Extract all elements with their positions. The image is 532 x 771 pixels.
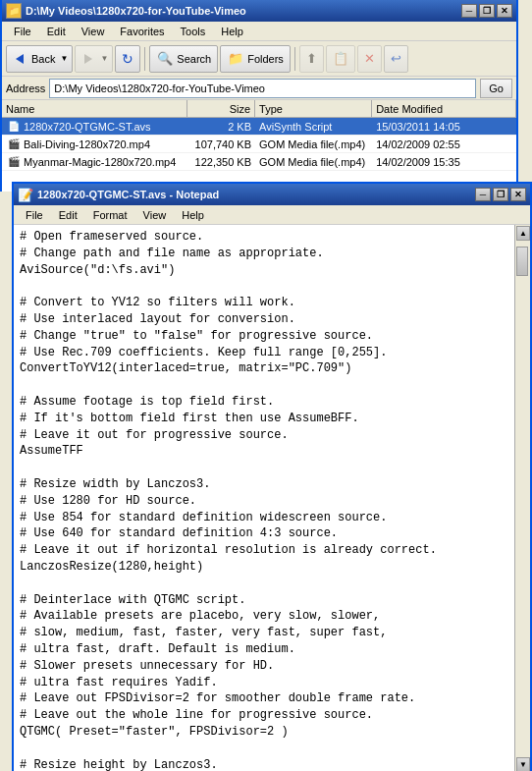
forward-button[interactable]: ▼ [75, 45, 113, 73]
mp4-icon-2: 🎬 [6, 155, 22, 169]
address-label: Address [6, 83, 45, 94]
explorer-window-controls: ─ ❐ ✕ [461, 4, 512, 18]
address-input[interactable] [49, 79, 476, 98]
explorer-title-bar: 📁 D:\My Videos\1280x720-for-YouTube-Vime… [2, 0, 516, 22]
scroll-down-arrow[interactable]: ▼ [516, 757, 530, 771]
file-row[interactable]: 🎬 Myanmar-Magic-1280x720.mp4 122,350 KB … [2, 153, 516, 171]
folders-label: Folders [247, 53, 284, 65]
explorer-menu-help[interactable]: Help [213, 24, 251, 39]
file-size: 2 KB [187, 121, 256, 133]
notepad-menu-format[interactable]: Format [85, 207, 135, 223]
explorer-close-button[interactable]: ✕ [497, 4, 512, 18]
file-date: 14/02/2009 15:35 [372, 156, 516, 168]
file-row[interactable]: 🎬 Bali-Diving-1280x720.mp4 107,740 KB GO… [2, 136, 516, 153]
column-header-name[interactable]: Name [2, 100, 187, 117]
explorer-title: D:\My Videos\1280x720-for-YouTube-Vimeo [26, 5, 246, 17]
explorer-menu-favorites[interactable]: Favorites [112, 24, 172, 39]
notepad-icon: 📝 [18, 188, 33, 202]
file-row[interactable]: 📄 1280x720-QTGMC-ST.avs 2 KB AviSynth Sc… [2, 118, 516, 136]
column-header-type[interactable]: Type [255, 100, 372, 117]
toolbar-separator-1 [144, 47, 145, 71]
vertical-scrollbar[interactable]: ▲ ▼ [514, 225, 530, 771]
explorer-title-area: 📁 D:\My Videos\1280x720-for-YouTube-Vime… [6, 3, 246, 19]
explorer-menu-view[interactable]: View [74, 24, 113, 39]
explorer-minimize-button[interactable]: ─ [461, 4, 477, 18]
back-dropdown-icon[interactable]: ▼ [60, 54, 68, 63]
file-name: 📄 1280x720-QTGMC-ST.avs [2, 120, 187, 134]
move-button[interactable]: ⬆ [299, 45, 324, 73]
copy-icon: 📋 [333, 51, 348, 66]
avs-icon: 📄 [6, 120, 22, 134]
scroll-track [515, 242, 530, 756]
notepad-menu-view[interactable]: View [135, 207, 175, 223]
notepad-close-button[interactable]: ✕ [510, 188, 526, 201]
file-name: 🎬 Myanmar-Magic-1280x720.mp4 [2, 155, 187, 169]
forward-dropdown-icon[interactable]: ▼ [100, 54, 108, 63]
explorer-menu-bar: File Edit View Favorites Tools Help [2, 22, 516, 41]
column-header-size[interactable]: Size [187, 100, 256, 117]
undo-icon: ↩ [391, 51, 401, 66]
notepad-menu-file[interactable]: File [18, 207, 51, 223]
undo-button[interactable]: ↩ [384, 45, 408, 73]
notepad-content-area: # Open frameserved source. # Change path… [14, 225, 530, 771]
search-label: Search [177, 53, 211, 65]
column-header-date[interactable]: Date Modified [372, 100, 516, 117]
forward-icon [80, 50, 97, 68]
explorer-icon: 📁 [6, 3, 22, 19]
explorer-menu-edit[interactable]: Edit [39, 24, 74, 39]
delete-button[interactable]: ✕ [357, 45, 382, 73]
folders-icon: 📁 [227, 50, 244, 68]
explorer-restore-button[interactable]: ❐ [479, 4, 495, 18]
folders-button[interactable]: 📁 Folders [220, 45, 291, 73]
notepad-menu-edit[interactable]: Edit [51, 207, 85, 223]
address-go-button[interactable]: Go [480, 79, 512, 98]
notepad-restore-button[interactable]: ❐ [493, 188, 508, 201]
explorer-menu-file[interactable]: File [6, 24, 39, 39]
file-name: 🎬 Bali-Diving-1280x720.mp4 [2, 138, 187, 151]
file-size: 122,350 KB [187, 156, 256, 168]
notepad-title-bar: 📝 1280x720-QTGMC-ST.avs - Notepad ─ ❐ ✕ [14, 184, 530, 205]
notepad-menu-bar: File Edit Format View Help [14, 205, 530, 225]
notepad-minimize-button[interactable]: ─ [475, 188, 491, 201]
explorer-toolbar: Back ▼ ▼ ↻ 🔍 Search 📁 Folders ⬆ [2, 41, 516, 77]
notepad-text-content[interactable]: # Open frameserved source. # Change path… [14, 225, 514, 771]
file-type: AviSynth Script [255, 121, 372, 133]
scroll-up-arrow[interactable]: ▲ [516, 226, 530, 241]
file-size: 107,740 KB [187, 138, 256, 150]
explorer-window: 📁 D:\My Videos\1280x720-for-YouTube-Vime… [0, 0, 518, 192]
file-type: GOM Media file(.mp4) [255, 156, 372, 168]
file-date: 15/03/2011 14:05 [372, 121, 516, 133]
search-icon: 🔍 [156, 50, 174, 68]
notepad-title-area: 📝 1280x720-QTGMC-ST.avs - Notepad [18, 188, 219, 202]
file-list-header: Name Size Type Date Modified [2, 100, 516, 118]
refresh-icon: ↻ [122, 51, 133, 67]
delete-icon: ✕ [364, 51, 375, 66]
scroll-thumb[interactable] [516, 247, 528, 276]
notepad-menu-help[interactable]: Help [174, 207, 212, 223]
explorer-menu-tools[interactable]: Tools [173, 24, 214, 39]
notepad-title-text: 1280x720-QTGMC-ST.avs - Notepad [37, 189, 219, 200]
address-bar: Address Go [2, 77, 516, 100]
copy-button[interactable]: 📋 [326, 45, 355, 73]
toolbar-separator-2 [294, 47, 295, 71]
search-button[interactable]: 🔍 Search [149, 45, 218, 73]
file-type: GOM Media file(.mp4) [255, 138, 372, 150]
mp4-icon: 🎬 [6, 138, 22, 151]
go-label: Go [489, 83, 504, 94]
back-icon [11, 50, 28, 68]
back-label: Back [31, 53, 55, 65]
file-list: Name Size Type Date Modified 📄 1280x720-… [2, 100, 516, 192]
file-date: 14/02/2009 02:55 [372, 138, 516, 150]
notepad-window-controls: ─ ❐ ✕ [475, 188, 526, 201]
notepad-window: 📝 1280x720-QTGMC-ST.avs - Notepad ─ ❐ ✕ … [12, 182, 532, 771]
refresh-button[interactable]: ↻ [115, 45, 140, 73]
move-icon: ⬆ [306, 51, 317, 66]
back-button[interactable]: Back ▼ [6, 45, 73, 73]
